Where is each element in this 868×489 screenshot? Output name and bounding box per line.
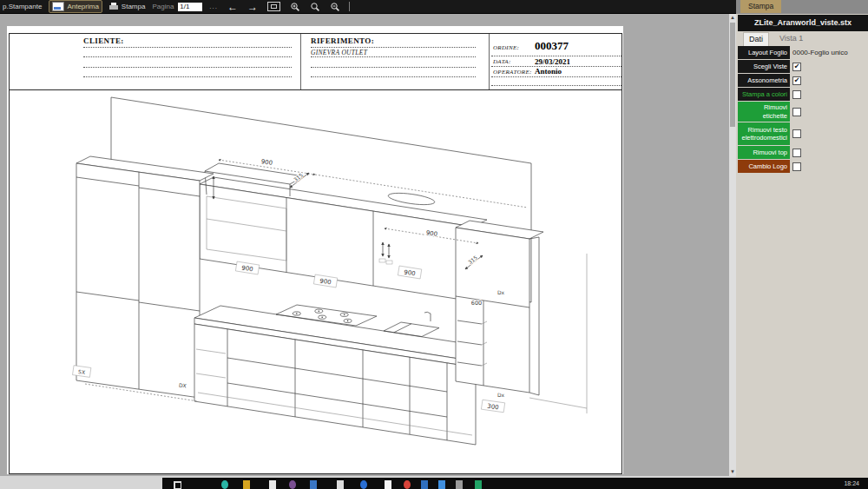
riferimento-value: GINEVRA OUTLET <box>311 49 367 56</box>
zoom-out-icon <box>330 2 340 12</box>
header-divider <box>300 34 301 89</box>
tab-dati[interactable]: Dati <box>743 32 769 46</box>
file-title: ZLite_Aranworld_viste.stx <box>738 15 868 31</box>
taskbar-app-icon[interactable] <box>289 480 296 489</box>
header-divider <box>489 34 490 89</box>
vertical-scrollbar[interactable]: ▲ ▼ <box>729 14 736 476</box>
dim-600: 600 <box>471 300 482 307</box>
scrollbar-thumb[interactable] <box>730 23 735 127</box>
zoom-window-button[interactable] <box>307 1 323 12</box>
zoom-in-button[interactable] <box>287 1 303 12</box>
print-button[interactable]: Stampa <box>107 1 148 12</box>
stampa-a-colori-checkbox[interactable] <box>792 90 801 99</box>
layout-foglio-button[interactable]: Layout Foglio <box>738 46 790 59</box>
dotted-line <box>83 47 292 49</box>
stampa-window-tab[interactable]: Stampa <box>740 0 781 13</box>
hinge-label-dx-top: Dx <box>497 289 505 295</box>
scroll-up-icon[interactable]: ▲ <box>729 14 736 22</box>
previous-page-button[interactable]: ← <box>225 1 240 12</box>
arrow-right-icon: → <box>247 2 258 12</box>
tab-vista-1[interactable]: Vista 1 <box>774 31 808 46</box>
print-label: Stampa <box>122 3 146 10</box>
hinge-label-sx: SX <box>78 368 86 375</box>
operatore-value: Antonio <box>535 67 562 76</box>
taskbar-app-icon[interactable] <box>475 480 482 489</box>
scegli-viste-checkbox[interactable]: ✔ <box>792 63 801 71</box>
page-number-input[interactable] <box>178 3 202 11</box>
panel-row: Scegli Viste ✔ <box>738 60 868 73</box>
taskbar-app-icon[interactable] <box>243 480 250 489</box>
taskbar-app-icon[interactable] <box>404 480 411 489</box>
zoom-in-icon <box>290 2 300 12</box>
rimuovi-testo-elettrodomestici-checkbox[interactable] <box>792 129 801 138</box>
dotted-line <box>311 56 476 58</box>
panel-row: Rimuovi testo elettrodomestici <box>738 122 868 145</box>
start-button-icon[interactable] <box>174 481 181 489</box>
cambio-logo-button[interactable]: Cambio Logo <box>738 160 790 173</box>
taskbar-app-icon[interactable] <box>385 480 391 489</box>
print-preview-toolbar: p.Stampante Anteprima Stampa Pagina ... … <box>0 0 736 14</box>
dotted-line <box>83 56 292 58</box>
taskbar-app-icon[interactable] <box>456 480 463 489</box>
dotted-line <box>311 67 476 69</box>
taskbar-app-icon[interactable] <box>269 480 276 489</box>
riferimento-label: RIFERIMENTO: <box>311 36 374 45</box>
panel-row: Assonometria ✔ <box>738 74 868 87</box>
rimuovi-etichette-checkbox[interactable] <box>792 108 801 116</box>
hinge-label-dx: DX <box>179 381 187 388</box>
layout-foglio-value[interactable]: 0000-Foglio unico <box>790 49 848 56</box>
taskbar-app-icon[interactable] <box>360 480 367 489</box>
picture-icon <box>52 2 64 11</box>
toolbar-separator <box>349 2 350 11</box>
taskbar-app-icon[interactable] <box>221 480 228 489</box>
ordine-label: ORDINE: <box>493 44 519 51</box>
preview-label: Anteprima <box>67 3 98 10</box>
printer-setup-button[interactable]: p.Stampante <box>0 1 44 12</box>
panel-row: Stampa a colori <box>738 88 868 101</box>
next-page-button[interactable]: → <box>245 1 260 12</box>
preview-button[interactable]: Anteprima <box>49 0 102 13</box>
rimuovi-testo-elettrodomestici-button[interactable]: Rimuovi testo elettrodomestici <box>738 122 790 145</box>
cambio-logo-checkbox[interactable] <box>792 162 801 171</box>
assonometria-checkbox[interactable]: ✔ <box>792 76 801 85</box>
kitchen-drawing: 900 900 315 315 900 900 900 300 600 SX D… <box>7 89 623 474</box>
taskbar-app-icon[interactable] <box>438 480 445 489</box>
ordine-value: 000377 <box>535 39 569 53</box>
operatore-label: OPERATORE: <box>493 69 532 76</box>
panel-rows: Layout Foglio 0000-Foglio unico Scegli V… <box>738 46 868 174</box>
printer-setup-label: p.Stampante <box>3 3 42 10</box>
rimuovi-top-button[interactable]: Rimuovi top <box>738 146 790 159</box>
dotted-line <box>491 76 621 78</box>
taskbar-app-icon[interactable] <box>337 480 344 489</box>
fit-page-icon <box>267 2 280 11</box>
fit-page-button[interactable] <box>265 1 283 12</box>
stampa-a-colori-button[interactable]: Stampa a colori <box>738 88 790 101</box>
more-pages-button[interactable]: ... <box>207 1 220 12</box>
cliente-label: CLIENTE: <box>83 36 124 45</box>
taskbar-app-icon[interactable] <box>310 480 317 489</box>
dotted-line <box>491 85 621 87</box>
print-preview-area[interactable]: CLIENTE: RIFERIMENTO: GINEVRA OUTLET ORD… <box>0 14 729 476</box>
rimuovi-etichette-button[interactable]: Rimuovi etichette <box>738 102 790 122</box>
zoom-window-icon <box>310 2 320 12</box>
printer-icon <box>109 3 119 10</box>
print-options-panel: Stampa ZLite_Aranworld_viste.stx Dati Vi… <box>736 0 868 489</box>
document-page: CLIENTE: RIFERIMENTO: GINEVRA OUTLET ORD… <box>7 26 623 474</box>
dotted-line <box>83 76 292 78</box>
panel-row: Rimuovi etichette <box>738 102 868 122</box>
taskbar-clock: 18:24 <box>844 480 859 486</box>
scegli-viste-button[interactable]: Scegli Viste <box>738 60 790 73</box>
zoom-out-button[interactable] <box>327 1 343 12</box>
arrow-left-icon: ← <box>227 2 238 12</box>
dotted-line <box>83 67 292 69</box>
page-label: Pagina <box>152 3 174 10</box>
rimuovi-top-checkbox[interactable] <box>792 149 801 157</box>
panel-row: Cambio Logo <box>738 160 868 173</box>
tall-cabinets-left <box>76 156 214 398</box>
data-value: 29/03/2021 <box>535 57 570 66</box>
dotted-line <box>311 76 476 78</box>
windows-taskbar[interactable]: 18:24 <box>162 478 868 489</box>
taskbar-app-icon[interactable] <box>421 480 428 489</box>
scroll-down-icon[interactable]: ▼ <box>729 468 736 476</box>
assonometria-button[interactable]: Assonometria <box>738 74 790 87</box>
